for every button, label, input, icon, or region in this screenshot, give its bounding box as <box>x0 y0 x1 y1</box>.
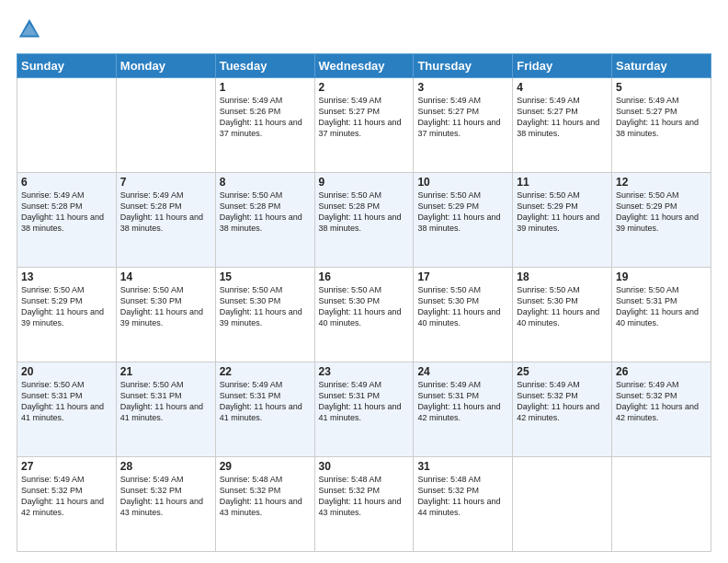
cell-day-number: 22 <box>220 365 311 378</box>
cell-day-info: Sunrise: 5:48 AM Sunset: 5:32 PM Dayligh… <box>220 474 311 519</box>
calendar-cell: 29Sunrise: 5:48 AM Sunset: 5:32 PM Dayli… <box>215 457 314 552</box>
cell-day-number: 27 <box>21 460 112 473</box>
calendar-cell: 13Sunrise: 5:50 AM Sunset: 5:29 PM Dayli… <box>17 268 117 362</box>
logo <box>17 17 46 44</box>
cell-day-number: 8 <box>220 176 311 189</box>
day-header-wednesday: Wednesday <box>314 54 414 78</box>
cell-day-info: Sunrise: 5:50 AM Sunset: 5:28 PM Dayligh… <box>319 190 410 235</box>
calendar-cell: 10Sunrise: 5:50 AM Sunset: 5:29 PM Dayli… <box>414 173 513 268</box>
calendar-cell: 8Sunrise: 5:50 AM Sunset: 5:28 PM Daylig… <box>215 173 314 268</box>
cell-day-number: 14 <box>120 270 211 283</box>
cell-day-info: Sunrise: 5:49 AM Sunset: 5:27 PM Dayligh… <box>517 95 608 140</box>
calendar-cell: 18Sunrise: 5:50 AM Sunset: 5:30 PM Dayli… <box>513 268 612 362</box>
cell-day-number: 31 <box>417 460 508 473</box>
calendar-table: SundayMondayTuesdayWednesdayThursdayFrid… <box>17 53 711 552</box>
page: SundayMondayTuesdayWednesdayThursdayFrid… <box>0 0 728 563</box>
calendar-week-5: 27Sunrise: 5:49 AM Sunset: 5:32 PM Dayli… <box>17 457 711 552</box>
cell-day-number: 26 <box>616 365 707 378</box>
calendar-cell: 28Sunrise: 5:49 AM Sunset: 5:32 PM Dayli… <box>116 457 215 552</box>
calendar-cell: 6Sunrise: 5:49 AM Sunset: 5:28 PM Daylig… <box>17 173 117 268</box>
calendar-cell: 17Sunrise: 5:50 AM Sunset: 5:30 PM Dayli… <box>414 268 513 362</box>
day-header-friday: Friday <box>513 54 612 78</box>
cell-day-info: Sunrise: 5:49 AM Sunset: 5:32 PM Dayligh… <box>517 379 608 424</box>
calendar-cell: 26Sunrise: 5:49 AM Sunset: 5:32 PM Dayli… <box>612 362 711 457</box>
calendar-cell: 22Sunrise: 5:49 AM Sunset: 5:31 PM Dayli… <box>215 362 314 457</box>
cell-day-info: Sunrise: 5:50 AM Sunset: 5:29 PM Dayligh… <box>417 190 508 235</box>
calendar-cell: 9Sunrise: 5:50 AM Sunset: 5:28 PM Daylig… <box>314 173 414 268</box>
cell-day-number: 20 <box>21 365 112 378</box>
cell-day-info: Sunrise: 5:50 AM Sunset: 5:31 PM Dayligh… <box>616 284 707 329</box>
cell-day-info: Sunrise: 5:49 AM Sunset: 5:27 PM Dayligh… <box>616 95 707 140</box>
calendar-cell: 24Sunrise: 5:49 AM Sunset: 5:31 PM Dayli… <box>414 362 513 457</box>
calendar-cell: 21Sunrise: 5:50 AM Sunset: 5:31 PM Dayli… <box>116 362 215 457</box>
day-header-sunday: Sunday <box>17 54 117 78</box>
calendar-cell: 15Sunrise: 5:50 AM Sunset: 5:30 PM Dayli… <box>215 268 314 362</box>
logo-icon <box>17 17 42 42</box>
cell-day-info: Sunrise: 5:50 AM Sunset: 5:31 PM Dayligh… <box>21 379 112 424</box>
cell-day-number: 25 <box>517 365 608 378</box>
cell-day-number: 2 <box>319 81 410 94</box>
calendar-week-2: 6Sunrise: 5:49 AM Sunset: 5:28 PM Daylig… <box>17 173 711 268</box>
cell-day-number: 24 <box>417 365 508 378</box>
cell-day-number: 10 <box>417 176 508 189</box>
cell-day-info: Sunrise: 5:50 AM Sunset: 5:30 PM Dayligh… <box>417 284 508 329</box>
cell-day-number: 3 <box>417 81 508 94</box>
cell-day-info: Sunrise: 5:50 AM Sunset: 5:29 PM Dayligh… <box>21 284 112 329</box>
cell-day-info: Sunrise: 5:49 AM Sunset: 5:31 PM Dayligh… <box>319 379 410 424</box>
calendar-week-3: 13Sunrise: 5:50 AM Sunset: 5:29 PM Dayli… <box>17 268 711 362</box>
cell-day-number: 16 <box>319 270 410 283</box>
cell-day-info: Sunrise: 5:50 AM Sunset: 5:30 PM Dayligh… <box>220 284 311 329</box>
cell-day-info: Sunrise: 5:50 AM Sunset: 5:30 PM Dayligh… <box>517 284 608 329</box>
cell-day-number: 6 <box>21 176 112 189</box>
day-header-monday: Monday <box>116 54 215 78</box>
cell-day-number: 1 <box>220 81 311 94</box>
cell-day-number: 5 <box>616 81 707 94</box>
cell-day-info: Sunrise: 5:49 AM Sunset: 5:28 PM Dayligh… <box>120 190 211 235</box>
cell-day-info: Sunrise: 5:50 AM Sunset: 5:31 PM Dayligh… <box>120 379 211 424</box>
cell-day-number: 29 <box>220 460 311 473</box>
calendar-cell: 3Sunrise: 5:49 AM Sunset: 5:27 PM Daylig… <box>414 78 513 173</box>
cell-day-number: 18 <box>517 270 608 283</box>
calendar-cell: 5Sunrise: 5:49 AM Sunset: 5:27 PM Daylig… <box>612 78 711 173</box>
cell-day-info: Sunrise: 5:49 AM Sunset: 5:28 PM Dayligh… <box>21 190 112 235</box>
cell-day-info: Sunrise: 5:49 AM Sunset: 5:32 PM Dayligh… <box>21 474 112 519</box>
cell-day-info: Sunrise: 5:50 AM Sunset: 5:30 PM Dayligh… <box>120 284 211 329</box>
calendar-header-row: SundayMondayTuesdayWednesdayThursdayFrid… <box>17 54 711 78</box>
cell-day-number: 15 <box>220 270 311 283</box>
cell-day-number: 30 <box>319 460 410 473</box>
calendar-cell: 31Sunrise: 5:48 AM Sunset: 5:32 PM Dayli… <box>414 457 513 552</box>
cell-day-info: Sunrise: 5:49 AM Sunset: 5:31 PM Dayligh… <box>220 379 311 424</box>
day-header-thursday: Thursday <box>414 54 513 78</box>
calendar-cell <box>116 78 215 173</box>
cell-day-info: Sunrise: 5:49 AM Sunset: 5:31 PM Dayligh… <box>417 379 508 424</box>
cell-day-info: Sunrise: 5:49 AM Sunset: 5:26 PM Dayligh… <box>220 95 311 140</box>
calendar-week-1: 1Sunrise: 5:49 AM Sunset: 5:26 PM Daylig… <box>17 78 711 173</box>
calendar-cell: 25Sunrise: 5:49 AM Sunset: 5:32 PM Dayli… <box>513 362 612 457</box>
calendar-cell: 27Sunrise: 5:49 AM Sunset: 5:32 PM Dayli… <box>17 457 117 552</box>
calendar-cell: 1Sunrise: 5:49 AM Sunset: 5:26 PM Daylig… <box>215 78 314 173</box>
calendar-cell: 12Sunrise: 5:50 AM Sunset: 5:29 PM Dayli… <box>612 173 711 268</box>
calendar-cell: 30Sunrise: 5:48 AM Sunset: 5:32 PM Dayli… <box>314 457 414 552</box>
cell-day-info: Sunrise: 5:49 AM Sunset: 5:32 PM Dayligh… <box>120 474 211 519</box>
cell-day-number: 17 <box>417 270 508 283</box>
cell-day-number: 4 <box>517 81 608 94</box>
calendar-cell <box>17 78 117 173</box>
calendar-cell: 19Sunrise: 5:50 AM Sunset: 5:31 PM Dayli… <box>612 268 711 362</box>
calendar-cell: 14Sunrise: 5:50 AM Sunset: 5:30 PM Dayli… <box>116 268 215 362</box>
cell-day-number: 21 <box>120 365 211 378</box>
cell-day-number: 23 <box>319 365 410 378</box>
calendar-cell: 2Sunrise: 5:49 AM Sunset: 5:27 PM Daylig… <box>314 78 414 173</box>
cell-day-info: Sunrise: 5:50 AM Sunset: 5:29 PM Dayligh… <box>616 190 707 235</box>
cell-day-number: 13 <box>21 270 112 283</box>
cell-day-info: Sunrise: 5:50 AM Sunset: 5:29 PM Dayligh… <box>517 190 608 235</box>
calendar-cell <box>513 457 612 552</box>
cell-day-number: 28 <box>120 460 211 473</box>
calendar-cell: 23Sunrise: 5:49 AM Sunset: 5:31 PM Dayli… <box>314 362 414 457</box>
calendar-cell: 20Sunrise: 5:50 AM Sunset: 5:31 PM Dayli… <box>17 362 117 457</box>
day-header-saturday: Saturday <box>612 54 711 78</box>
cell-day-info: Sunrise: 5:49 AM Sunset: 5:32 PM Dayligh… <box>616 379 707 424</box>
cell-day-info: Sunrise: 5:48 AM Sunset: 5:32 PM Dayligh… <box>417 474 508 519</box>
calendar-cell: 16Sunrise: 5:50 AM Sunset: 5:30 PM Dayli… <box>314 268 414 362</box>
day-header-tuesday: Tuesday <box>215 54 314 78</box>
cell-day-number: 9 <box>319 176 410 189</box>
